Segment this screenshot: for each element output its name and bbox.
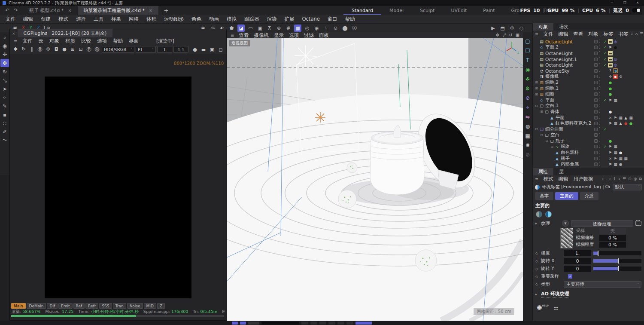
menu-item[interactable]: 角色 bbox=[188, 16, 205, 22]
layer-chip-icon[interactable] bbox=[594, 116, 598, 120]
visibility-dots-icon[interactable]: ⁚ bbox=[599, 46, 602, 49]
render-toolbar-icon[interactable]: ▶ bbox=[489, 25, 497, 32]
slider-value-field[interactable]: 0 bbox=[564, 258, 591, 264]
menu-item[interactable]: 文件 bbox=[2, 16, 19, 22]
object-name[interactable]: OctaneLight bbox=[544, 62, 573, 67]
object-tag-icon[interactable]: ● bbox=[618, 162, 623, 167]
octane-menu-item[interactable]: 界面 bbox=[126, 38, 142, 44]
create-object-icon[interactable]: T bbox=[524, 56, 532, 64]
object-name[interactable]: 细胞 bbox=[544, 91, 554, 97]
attribute-menu-item[interactable]: 编辑 bbox=[556, 176, 571, 182]
create-object-icon[interactable]: ❒ bbox=[524, 47, 532, 55]
toolbar-icon[interactable]: ⬤ bbox=[341, 25, 349, 32]
octane-menu-item[interactable]: 文件 bbox=[19, 38, 35, 44]
object-tag-icon[interactable]: ▪ bbox=[613, 74, 618, 79]
object-tag-icon[interactable]: ⚑ bbox=[613, 115, 618, 120]
slider-handle[interactable] bbox=[598, 251, 598, 256]
visibility-dots-icon[interactable]: ⁚ bbox=[599, 122, 602, 126]
render-pass-tab[interactable]: Ref bbox=[73, 303, 85, 309]
slider-track[interactable] bbox=[593, 259, 641, 263]
texture-environment-icon[interactable] bbox=[545, 211, 552, 218]
object-menu-item[interactable]: 对象 bbox=[586, 31, 601, 37]
object-name[interactable]: OctaneLight.1 bbox=[544, 57, 577, 62]
object-tag-icon[interactable]: ▦ bbox=[613, 144, 618, 149]
viewport-nav-icon[interactable]: ▣ bbox=[516, 33, 519, 38]
create-object-icon[interactable]: ⊘ bbox=[524, 94, 532, 102]
slider-value-field[interactable]: 0 bbox=[564, 266, 591, 272]
object-name[interactable]: 细胞.2 bbox=[544, 80, 559, 86]
object-tag-icon[interactable]: ● bbox=[623, 121, 628, 126]
expand-icon[interactable]: ⊞ bbox=[534, 86, 539, 90]
object-tag-icon[interactable]: ▦ bbox=[629, 115, 633, 120]
attribute-nav-icon[interactable]: ⌕ bbox=[618, 177, 620, 181]
object-tag-icon[interactable]: ▬ bbox=[608, 63, 613, 67]
new-document-button[interactable]: + bbox=[158, 6, 173, 15]
object-tag-icon[interactable]: ⚑ bbox=[608, 150, 613, 155]
tool-icon[interactable]: ✐ bbox=[0, 128, 9, 136]
gamma-field[interactable]: 1.1 bbox=[173, 46, 188, 53]
object-tag-icon[interactable]: ⚑ bbox=[613, 156, 618, 161]
create-object-icon[interactable]: ⇋ bbox=[524, 113, 532, 121]
expand-icon[interactable]: ⊟ bbox=[544, 139, 549, 143]
attribute-nav-icon[interactable]: ☰ bbox=[623, 177, 626, 181]
enabled-check-icon[interactable]: ✓ bbox=[602, 40, 608, 44]
object-tag-icon[interactable]: ● bbox=[608, 92, 613, 97]
object-tag-icon[interactable]: ⚑ bbox=[608, 121, 613, 126]
octane-view-icon[interactable]: ▬ bbox=[200, 47, 207, 52]
object-row[interactable]: ▤OctaneLight.1⁚✓▬◎ bbox=[533, 56, 644, 62]
object-manager-icon[interactable]: ⌕ bbox=[631, 32, 633, 37]
visibility-dots-icon[interactable]: ⁚ bbox=[599, 40, 602, 43]
object-name[interactable]: 平面.2 bbox=[544, 44, 559, 50]
type-dropdown[interactable]: 主要环境 ˅ bbox=[564, 281, 641, 288]
visibility-dots-icon[interactable]: ⁚ bbox=[599, 162, 602, 166]
octane-logo-icon[interactable]: ✺HELP bbox=[537, 304, 549, 312]
render-pass-tab[interactable]: MID bbox=[144, 303, 156, 309]
object-menu-item[interactable]: 书签 bbox=[616, 31, 631, 37]
enabled-check-icon[interactable]: ✓ bbox=[602, 98, 608, 102]
octane-render-image[interactable] bbox=[45, 77, 191, 298]
attribute-nav-icon[interactable]: → bbox=[608, 177, 611, 181]
slider-handle[interactable] bbox=[618, 266, 619, 271]
object-tag-icon[interactable]: ▦ bbox=[623, 156, 628, 161]
toolbar-icon[interactable]: ⊼ bbox=[266, 25, 273, 32]
layer-chip-icon[interactable] bbox=[594, 122, 598, 125]
object-tag-icon[interactable]: ▦ bbox=[613, 162, 618, 167]
menu-item[interactable]: 渲染 bbox=[263, 16, 281, 22]
object-name[interactable]: 膏体 bbox=[550, 109, 559, 115]
object-tag-icon[interactable]: ? bbox=[608, 68, 613, 73]
attribute-nav-icon[interactable]: ⧉ bbox=[639, 177, 642, 181]
object-tag-icon[interactable]: ⚑ bbox=[608, 144, 613, 149]
layout-tab[interactable]: Model bbox=[381, 6, 412, 15]
visibility-dots-icon[interactable]: ⁚ bbox=[599, 86, 602, 90]
panel-tab[interactable]: 属性 bbox=[533, 168, 553, 175]
object-tag-icon[interactable]: ⚑ bbox=[608, 45, 613, 50]
render-pass-tab[interactable]: Noise bbox=[127, 303, 143, 309]
layer-chip-icon[interactable] bbox=[594, 133, 598, 137]
document-tab[interactable]: 珀莱雅录制工程最终版.c4d * × bbox=[78, 6, 159, 15]
object-tag-icon[interactable]: ◎ bbox=[613, 63, 618, 67]
menu-item[interactable]: 模拟 bbox=[223, 16, 240, 22]
object-name[interactable]: 红色塑料亚克力.2 bbox=[555, 120, 592, 126]
latency-toggle[interactable] bbox=[632, 8, 641, 12]
close-tab-icon[interactable]: × bbox=[149, 8, 152, 13]
visibility-dots-icon[interactable]: ⁚ bbox=[599, 57, 602, 61]
slider-track[interactable] bbox=[593, 267, 641, 271]
viewport-nav-icon[interactable]: ⤢ bbox=[502, 33, 506, 38]
create-object-icon[interactable]: ⊘ bbox=[524, 151, 532, 159]
object-tag-icon[interactable]: ▦ bbox=[618, 156, 623, 161]
enabled-check-icon[interactable]: ✓ bbox=[602, 51, 608, 55]
object-row[interactable]: ⊟▢空白.1⁚ bbox=[533, 103, 644, 109]
octane-tool-icon[interactable]: ↻ bbox=[20, 46, 27, 53]
create-object-icon[interactable]: ⚙ bbox=[524, 85, 532, 92]
timeline-button[interactable] bbox=[240, 322, 246, 325]
layer-chip-icon[interactable] bbox=[594, 46, 598, 49]
object-row[interactable]: ▲平面⁚✕⚑▦▲▦ bbox=[533, 115, 644, 121]
expand-icon[interactable]: ⊞ bbox=[534, 92, 539, 96]
enabled-check-icon[interactable]: ✓ bbox=[602, 57, 608, 61]
layout-tab[interactable]: UVEdit bbox=[443, 6, 475, 15]
toolbar-icon[interactable]: Ⓐ bbox=[351, 25, 358, 32]
expand-icon[interactable]: ⊞ bbox=[550, 145, 554, 149]
object-tag-icon[interactable]: ● bbox=[613, 45, 618, 50]
attribute-menu-item[interactable]: 用户数据 bbox=[571, 176, 595, 182]
object-name[interactable]: 细胞.1 bbox=[544, 86, 559, 92]
